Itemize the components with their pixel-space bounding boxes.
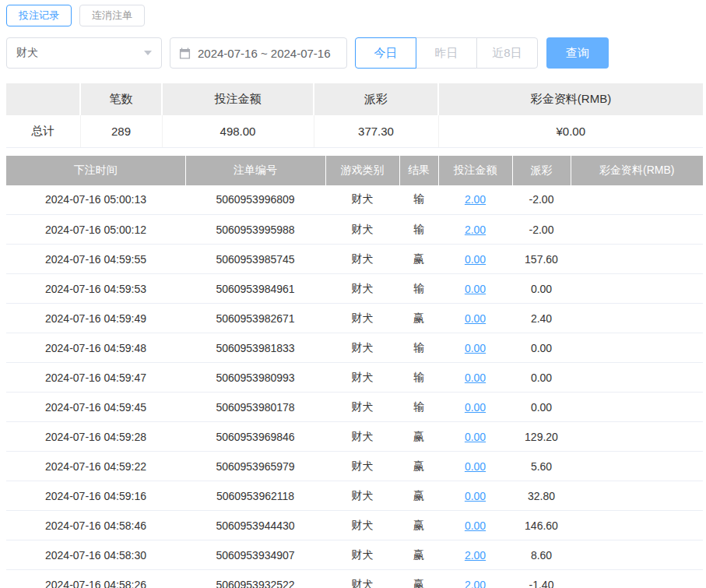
order-id-cell: 5060953984961 xyxy=(185,274,325,304)
game-type-cell: 财犬 xyxy=(325,363,399,393)
order-id-cell: 5060953944430 xyxy=(185,511,325,540)
result-cell: 赢 xyxy=(399,511,438,540)
bet-records-table: 下注时间 注单编号 游戏类别 结果 投注金额 派彩 彩金资料(RMB) 2024… xyxy=(6,156,703,588)
bet-amount-cell: 0.00 xyxy=(438,333,512,363)
bet-amount-link[interactable]: 0.00 xyxy=(465,312,486,325)
table-row: 2024-07-16 04:59:22 5060953965979 财犬 赢 0… xyxy=(6,452,703,481)
summary-header-count: 笔数 xyxy=(80,83,162,115)
header-order-id: 注单编号 xyxy=(185,156,325,185)
game-type-cell: 财犬 xyxy=(325,333,399,363)
bet-amount-link[interactable]: 2.00 xyxy=(465,193,486,206)
bet-time-cell: 2024-07-16 04:59:49 xyxy=(6,304,185,333)
bet-amount-cell: 0.00 xyxy=(438,393,512,422)
result-cell: 赢 xyxy=(399,422,438,452)
header-bet-amount: 投注金额 xyxy=(438,156,512,185)
quick-date-group: 今日 昨日 近8日 xyxy=(355,37,538,69)
summary-payout-value: 377.30 xyxy=(314,115,438,147)
tab-cancelled-orders[interactable]: 连消注单 xyxy=(79,5,145,26)
summary-header-blank xyxy=(6,83,80,115)
tab-bet-records[interactable]: 投注记录 xyxy=(6,5,72,26)
game-select[interactable]: 财犬 xyxy=(6,37,162,69)
game-type-cell: 财犬 xyxy=(325,481,399,511)
bet-amount-cell: 0.00 xyxy=(438,481,512,511)
bet-time-cell: 2024-07-16 05:00:12 xyxy=(6,215,185,245)
bet-amount-cell: 0.00 xyxy=(438,304,512,333)
yesterday-button[interactable]: 昨日 xyxy=(416,37,477,69)
result-cell: 赢 xyxy=(399,304,438,333)
summary-count-value: 289 xyxy=(80,115,162,147)
result-cell: 输 xyxy=(399,333,438,363)
summary-header-payout: 派彩 xyxy=(314,83,438,115)
bet-amount-cell: 0.00 xyxy=(438,363,512,393)
payout-cell: 8.60 xyxy=(512,540,571,570)
bet-amount-link[interactable]: 0.00 xyxy=(465,283,486,295)
game-type-cell: 财犬 xyxy=(325,274,399,304)
bet-amount-cell: 0.00 xyxy=(438,422,512,452)
game-type-cell: 财犬 xyxy=(325,570,399,588)
payout-cell: 5.60 xyxy=(512,452,571,481)
bet-time-cell: 2024-07-16 04:59:45 xyxy=(6,393,185,422)
bet-amount-cell: 2.00 xyxy=(438,570,512,588)
order-id-cell: 5060953962118 xyxy=(185,481,325,511)
bonus-cell xyxy=(571,481,703,511)
bet-amount-cell: 2.00 xyxy=(438,215,512,245)
bet-amount-link[interactable]: 2.00 xyxy=(465,579,486,588)
table-row: 2024-07-16 04:59:55 5060953985745 财犬 赢 0… xyxy=(6,245,703,274)
bet-time-cell: 2024-07-16 05:00:13 xyxy=(6,185,185,215)
bet-amount-link[interactable]: 0.00 xyxy=(465,460,486,473)
bet-amount-link[interactable]: 0.00 xyxy=(465,490,486,502)
today-button[interactable]: 今日 xyxy=(355,37,416,69)
date-range-picker[interactable]: 2024-07-16 ~ 2024-07-16 xyxy=(170,37,347,69)
bet-amount-cell: 0.00 xyxy=(438,245,512,274)
payout-cell: 0.00 xyxy=(512,274,571,304)
table-row: 2024-07-16 04:59:28 5060953969846 财犬 赢 0… xyxy=(6,422,703,452)
bet-amount-link[interactable]: 0.00 xyxy=(465,371,486,384)
payout-cell: 0.00 xyxy=(512,363,571,393)
last-8-days-button[interactable]: 近8日 xyxy=(476,37,538,69)
bet-amount-cell: 2.00 xyxy=(438,185,512,215)
payout-cell: -2.00 xyxy=(512,215,571,245)
bet-amount-cell: 0.00 xyxy=(438,511,512,540)
summary-header-row: 笔数 投注金额 派彩 彩金资料(RMB) xyxy=(6,83,703,115)
bet-amount-link[interactable]: 0.00 xyxy=(465,253,486,266)
bet-amount-link[interactable]: 2.00 xyxy=(465,224,486,236)
bet-amount-link[interactable]: 0.00 xyxy=(465,342,486,354)
chevron-down-icon xyxy=(144,51,152,55)
order-id-cell: 5060953932522 xyxy=(185,570,325,588)
bonus-cell xyxy=(571,363,703,393)
bet-time-cell: 2024-07-16 04:58:26 xyxy=(6,570,185,588)
bet-time-cell: 2024-07-16 04:58:46 xyxy=(6,511,185,540)
table-row: 2024-07-16 05:00:12 5060953995988 财犬 输 2… xyxy=(6,215,703,245)
record-tabs: 投注记录 连消注单 xyxy=(6,5,703,26)
summary-total-row: 总计 289 498.00 377.30 ¥0.00 xyxy=(6,115,703,147)
bet-amount-link[interactable]: 0.00 xyxy=(465,401,486,414)
payout-cell: 0.00 xyxy=(512,393,571,422)
game-type-cell: 财犬 xyxy=(325,511,399,540)
result-cell: 赢 xyxy=(399,570,438,588)
date-range-value: 2024-07-16 ~ 2024-07-16 xyxy=(198,47,331,60)
game-type-cell: 财犬 xyxy=(325,215,399,245)
bonus-cell xyxy=(571,452,703,481)
header-bet-time: 下注时间 xyxy=(6,156,185,185)
search-button[interactable]: 查询 xyxy=(546,37,609,69)
bet-time-cell: 2024-07-16 04:58:30 xyxy=(6,540,185,570)
game-type-cell: 财犬 xyxy=(325,540,399,570)
calendar-icon xyxy=(179,48,191,59)
bet-amount-link[interactable]: 0.00 xyxy=(465,431,486,443)
payout-cell: 157.60 xyxy=(512,245,571,274)
bonus-cell xyxy=(571,274,703,304)
payout-cell: 129.20 xyxy=(512,422,571,452)
bet-amount-link[interactable]: 2.00 xyxy=(465,549,486,562)
order-id-cell: 5060953980993 xyxy=(185,363,325,393)
game-select-value: 财犬 xyxy=(16,46,38,60)
summary-bonus-value: ¥0.00 xyxy=(438,115,703,147)
header-payout: 派彩 xyxy=(512,156,571,185)
order-id-cell: 5060953982671 xyxy=(185,304,325,333)
bet-amount-link[interactable]: 0.00 xyxy=(465,519,486,532)
payout-cell: 146.60 xyxy=(512,511,571,540)
bonus-cell xyxy=(571,185,703,215)
order-id-cell: 5060953981833 xyxy=(185,333,325,363)
table-row: 2024-07-16 04:59:53 5060953984961 财犬 输 0… xyxy=(6,274,703,304)
table-row: 2024-07-16 04:58:46 5060953944430 财犬 赢 0… xyxy=(6,511,703,540)
game-type-cell: 财犬 xyxy=(325,245,399,274)
